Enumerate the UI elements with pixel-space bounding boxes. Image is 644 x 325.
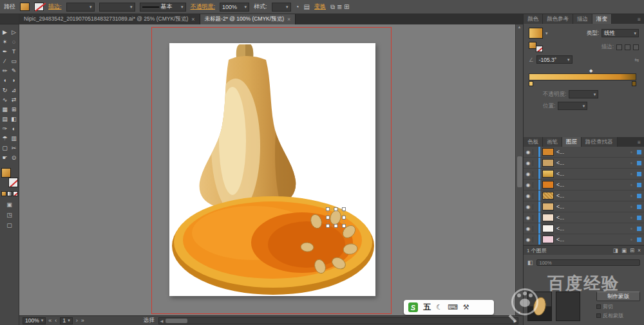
color-button[interactable] bbox=[1, 191, 6, 196]
layer-row[interactable]: ◉ <... ◦ bbox=[524, 201, 644, 212]
type-tool[interactable]: T bbox=[10, 47, 19, 57]
clip-checkbox[interactable] bbox=[596, 304, 601, 309]
panel-menu-icon[interactable]: ≡ bbox=[634, 14, 644, 24]
slice-tool[interactable]: ✂ bbox=[10, 144, 19, 153]
document-setup-icon[interactable]: ▤ bbox=[304, 3, 310, 10]
direct-selection-tool[interactable]: ▷ bbox=[10, 28, 19, 37]
style-swatch-select[interactable]: ▾ bbox=[272, 3, 291, 12]
gradient-button[interactable] bbox=[7, 191, 12, 196]
transparency-mask-thumbnail[interactable] bbox=[556, 292, 580, 321]
ime-toolbar[interactable]: S 五 ☾ ⌨ ⚒ bbox=[404, 300, 494, 315]
selected-art-indicator[interactable] bbox=[637, 227, 641, 231]
target-circle-icon[interactable]: ◦ bbox=[630, 226, 637, 232]
scroll-left-icon[interactable]: ◀ bbox=[160, 318, 164, 324]
screen-mode-icon[interactable]: ▢ bbox=[6, 222, 12, 228]
rotate-tool[interactable]: ↻ bbox=[1, 86, 10, 95]
fill-swatch[interactable] bbox=[1, 168, 11, 178]
layer-row[interactable]: ◉ <... ◦ bbox=[524, 234, 644, 245]
blend-mode-icon[interactable]: ◧ bbox=[527, 259, 533, 266]
selected-art-indicator[interactable] bbox=[637, 205, 641, 209]
last-artboard-button[interactable]: » bbox=[81, 317, 84, 324]
artboard-tool[interactable]: ▢ bbox=[1, 144, 10, 153]
gradient-fill-stroke-indicator[interactable] bbox=[529, 42, 543, 52]
tab-color[interactable]: 颜色 bbox=[524, 14, 543, 24]
squash-artwork[interactable] bbox=[169, 43, 375, 296]
tab-pathfinder[interactable]: 路径查找器 bbox=[582, 137, 618, 147]
scroll-down-icon[interactable]: ▼ bbox=[516, 311, 523, 315]
new-layer-icon[interactable]: ⊞ bbox=[630, 247, 634, 254]
make-mask-button[interactable]: 制作蒙版 bbox=[596, 292, 640, 301]
visibility-eye-icon[interactable]: ◉ bbox=[524, 237, 533, 243]
selected-art-indicator[interactable] bbox=[637, 237, 641, 242]
layer-row[interactable]: ◉ <... ◦ bbox=[524, 169, 644, 180]
fill-stroke-indicator[interactable] bbox=[1, 168, 18, 187]
visibility-eye-icon[interactable]: ◉ bbox=[524, 171, 533, 177]
target-circle-icon[interactable]: ◦ bbox=[630, 171, 637, 177]
gradient-slider[interactable]: ◆ bbox=[529, 69, 639, 87]
layer-row[interactable]: ◉ <... ◦ bbox=[524, 212, 644, 223]
target-circle-icon[interactable]: ◦ bbox=[630, 160, 637, 166]
visibility-eye-icon[interactable]: ◉ bbox=[524, 215, 533, 221]
symbol-sprayer-tool[interactable]: ☂ bbox=[1, 134, 10, 144]
tab-brushes[interactable]: 画笔 bbox=[543, 137, 562, 147]
new-sublayer-icon[interactable]: ▣ bbox=[621, 247, 627, 254]
pencil-tool[interactable]: ✎ bbox=[10, 66, 19, 76]
tools-panel-header[interactable] bbox=[0, 14, 19, 24]
lock-column[interactable] bbox=[533, 234, 538, 245]
artboard[interactable] bbox=[169, 43, 375, 296]
selected-art-indicator[interactable] bbox=[637, 161, 641, 165]
target-circle-icon[interactable]: ◦ bbox=[630, 204, 637, 210]
lock-column[interactable] bbox=[533, 180, 538, 190]
canvas-area[interactable]: ▲ ▼ bbox=[19, 24, 523, 315]
visibility-eye-icon[interactable]: ◉ bbox=[524, 193, 533, 199]
visibility-eye-icon[interactable]: ◉ bbox=[524, 149, 533, 155]
prev-artboard-button[interactable]: ‹ bbox=[55, 317, 57, 324]
keyboard-icon[interactable]: ⌨ bbox=[448, 303, 458, 311]
vertical-scroll-thumb[interactable] bbox=[517, 156, 522, 187]
chevron-down-icon[interactable]: ▾ bbox=[545, 31, 548, 36]
zoom-tool[interactable]: ⊙ bbox=[10, 153, 19, 163]
lock-column[interactable] bbox=[533, 201, 538, 212]
selected-art-indicator[interactable] bbox=[637, 194, 641, 198]
selection-tool[interactable]: ▶ bbox=[1, 28, 10, 37]
target-circle-icon[interactable]: ◦ bbox=[630, 237, 637, 243]
gradient-midpoint-icon[interactable]: ◆ bbox=[589, 68, 592, 73]
gradient-stop-left[interactable] bbox=[529, 81, 533, 86]
opacity-value-field[interactable]: 100%▾ bbox=[220, 3, 249, 12]
panel-menu-icon[interactable]: ≡ bbox=[634, 137, 644, 147]
hand-tool[interactable]: ☛ bbox=[1, 153, 10, 163]
mesh-tool[interactable]: ▤ bbox=[1, 115, 10, 124]
close-icon[interactable]: × bbox=[191, 16, 194, 23]
blend-tool[interactable]: ◐ bbox=[10, 124, 19, 134]
scroll-up-icon[interactable]: ▲ bbox=[516, 25, 523, 29]
tab-stroke[interactable]: 描边 bbox=[573, 14, 592, 24]
visibility-eye-icon[interactable]: ◉ bbox=[524, 226, 533, 232]
zoom-select[interactable]: 100%▾ bbox=[23, 317, 46, 324]
align-icons[interactable]: ⧉ ≣ ⊞ bbox=[330, 3, 349, 11]
gradient-stop-right[interactable] bbox=[632, 81, 636, 86]
ime-mode-label[interactable]: 五 bbox=[423, 302, 431, 313]
tab-swatches[interactable]: 色板 bbox=[524, 137, 543, 147]
layer-row[interactable]: ◉ <... ◦ bbox=[524, 190, 644, 201]
none-button[interactable] bbox=[13, 191, 18, 196]
target-circle-icon[interactable]: ◦ bbox=[630, 215, 637, 221]
reverse-gradient-icon[interactable]: ⇆ bbox=[634, 57, 639, 63]
target-circle-icon[interactable]: ◦ bbox=[630, 193, 637, 199]
selected-art-indicator[interactable] bbox=[637, 216, 641, 220]
stroke-swatch-none[interactable] bbox=[8, 178, 18, 187]
target-circle-icon[interactable]: ◦ bbox=[630, 149, 637, 155]
opacity-slider[interactable]: 100% bbox=[536, 259, 640, 266]
ime-logo-icon[interactable]: S bbox=[408, 302, 418, 312]
layer-row[interactable]: ◉ <... ◦ bbox=[524, 223, 644, 234]
blob-brush-tool[interactable]: ◖ bbox=[1, 76, 10, 86]
selected-art-indicator[interactable] bbox=[637, 150, 641, 154]
recolor-artwork-icon[interactable]: ◔ bbox=[296, 3, 299, 10]
draw-behind-icon[interactable]: ◳ bbox=[6, 212, 12, 218]
rectangle-tool[interactable]: ▭ bbox=[10, 57, 19, 66]
horizontal-scroll-thumb[interactable] bbox=[166, 319, 187, 323]
visibility-eye-icon[interactable]: ◉ bbox=[524, 204, 533, 210]
fill-color-swatch[interactable] bbox=[20, 3, 30, 11]
free-transform-tool[interactable]: ⇄ bbox=[10, 95, 19, 105]
opacity-link[interactable]: 不透明度: bbox=[191, 3, 216, 11]
stroke-color-swatch[interactable] bbox=[34, 3, 44, 11]
